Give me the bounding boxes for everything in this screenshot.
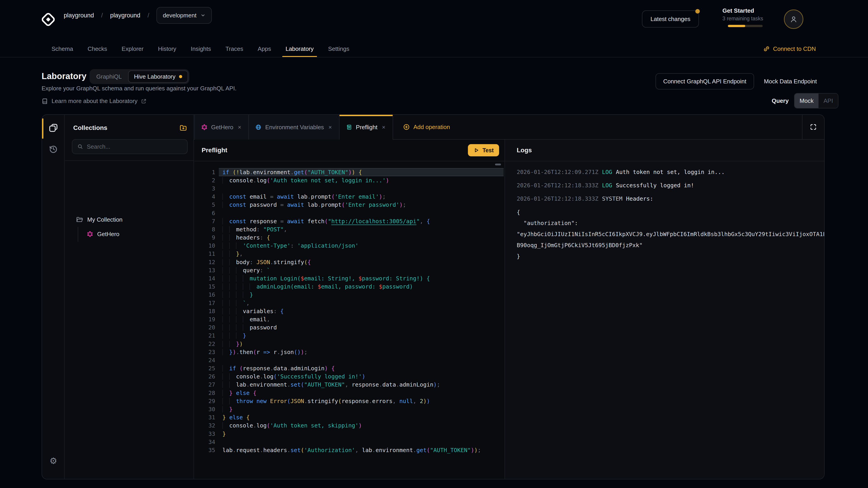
logs-output[interactable]: 2026-01-26T12:12:09.271ZLOGAuth token no…: [517, 161, 824, 479]
new-collection-button[interactable]: [180, 124, 187, 132]
history-rail-button[interactable]: [49, 144, 58, 154]
nav-item-laboratory[interactable]: Laboratory: [285, 41, 313, 57]
tab-gethero[interactable]: GetHero×: [194, 115, 249, 140]
tab-environment-variables[interactable]: Environment Variables×: [249, 115, 340, 140]
line-number: 20: [194, 324, 215, 331]
line-number: 2: [194, 177, 215, 184]
folder-open-icon: [76, 216, 83, 223]
endpoint-segment-api[interactable]: API: [818, 94, 838, 108]
nav-item-schema[interactable]: Schema: [52, 41, 73, 57]
get-started-widget[interactable]: Get Started 3 remaining tasks: [722, 7, 768, 27]
log-timestamp: 2026-01-26T12:12:18.333Z: [517, 182, 598, 189]
collection-folder-my-collection[interactable]: My Collection: [65, 213, 193, 226]
nav-item-explorer[interactable]: Explorer: [122, 41, 144, 57]
breadcrumb-project[interactable]: playground: [110, 12, 141, 19]
nav-item-history[interactable]: History: [158, 41, 176, 57]
link-icon: [763, 45, 770, 52]
indent-guide: [222, 201, 229, 208]
endpoint-segment-mock[interactable]: Mock: [795, 94, 818, 108]
play-icon: [473, 147, 479, 153]
line-number: 27: [194, 381, 215, 388]
tab-close-button[interactable]: ×: [381, 124, 386, 131]
code-line-12: 12body: JSON.stringify({: [194, 258, 504, 266]
mode-option-hive-laboratory[interactable]: Hive Laboratory: [128, 70, 188, 83]
sidebar-rail: ⚙: [42, 115, 65, 479]
search-input[interactable]: [87, 143, 182, 150]
add-operation-button[interactable]: Add operation: [403, 115, 450, 139]
tab-label: GetHero: [211, 124, 233, 131]
indent-guide: [243, 275, 250, 282]
code-line-34: 34: [194, 438, 504, 446]
log-message: Headers:: [626, 195, 653, 202]
gear-icon: ⚙: [50, 457, 57, 465]
line-number: 13: [194, 267, 215, 273]
mock-data-endpoint-button[interactable]: Mock Data Endpoint: [764, 78, 817, 85]
indent-guide: [236, 291, 243, 298]
test-button[interactable]: Test: [468, 144, 499, 156]
get-started-progress-fill: [728, 25, 745, 27]
tab-close-button[interactable]: ×: [328, 124, 333, 131]
nav-item-checks[interactable]: Checks: [88, 41, 107, 57]
person-icon: [789, 15, 798, 24]
code-line-21: 21}: [194, 332, 504, 340]
indent-guide: [229, 226, 236, 233]
indent-guide: [222, 373, 229, 380]
logs-pane: Logs 2026-01-26T12:12:09.271ZLOGAuth tok…: [504, 140, 824, 479]
line-number: 34: [194, 439, 215, 445]
settings-gear-button[interactable]: ⚙: [49, 456, 58, 465]
indent-guide: [243, 291, 250, 298]
indent-guide: [222, 398, 229, 404]
connect-graphql-endpoint-button[interactable]: Connect GraphQL API Endpoint: [655, 73, 754, 90]
user-avatar[interactable]: [784, 9, 803, 29]
indent-guide: [222, 267, 229, 273]
code-editor[interactable]: 1if (!lab.environment.get("AUTH_TOKEN"))…: [194, 161, 504, 479]
search-icon: [77, 144, 83, 150]
code-line-16: 16}: [194, 291, 504, 299]
line-number: 17: [194, 300, 215, 306]
nav-item-traces[interactable]: Traces: [225, 41, 243, 57]
nav-item-insights[interactable]: Insights: [191, 41, 211, 57]
indent-guide: [243, 324, 250, 331]
logs-header: Logs: [505, 140, 824, 161]
indent-guide: [222, 283, 229, 290]
nav-item-apps[interactable]: Apps: [258, 41, 271, 57]
log-timestamp: 2026-01-26T12:12:09.271Z: [517, 169, 598, 175]
target-selector-dropdown[interactable]: development: [156, 7, 212, 24]
notification-dot: [695, 9, 700, 13]
preflight-editor-pane: Preflight Test 1if (!lab.environment.get…: [194, 140, 504, 479]
indent-guide: [222, 234, 229, 241]
latest-changes-button[interactable]: Latest changes: [642, 10, 699, 28]
logs-title: Logs: [517, 147, 532, 154]
learn-more-link[interactable]: Learn more about the Laboratory: [41, 98, 147, 105]
line-number: 5: [194, 201, 215, 208]
tab-label: Preflight: [356, 124, 377, 131]
indent-guide: [222, 226, 229, 233]
hive-logo-icon[interactable]: [41, 11, 56, 28]
nav-item-settings[interactable]: Settings: [328, 41, 349, 57]
fullscreen-toggle-button[interactable]: [802, 115, 824, 139]
line-number: 23: [194, 349, 215, 355]
collections-rail-button[interactable]: [49, 123, 58, 132]
mode-option-graphiql[interactable]: GraphiQL: [91, 70, 127, 83]
query-label: Query: [772, 97, 789, 104]
collection-operation-gethero[interactable]: GetHero: [65, 228, 193, 240]
collections-panel: Collections My CollectionGetHero: [65, 115, 194, 479]
code-line-18: 18variables: {: [194, 307, 504, 315]
breadcrumb-org[interactable]: playground: [64, 12, 94, 19]
globe-icon: [255, 124, 261, 130]
plus-circle-icon: [403, 124, 410, 130]
tab-close-button[interactable]: ×: [237, 124, 242, 131]
add-operation-label: Add operation: [413, 124, 450, 131]
log-entry: 2026-01-26T12:12:18.333ZSYSTEMHeaders:: [517, 193, 824, 204]
indent-guide: [229, 242, 236, 249]
get-started-progressbar: [728, 25, 763, 27]
line-number: 35: [194, 447, 215, 453]
log-level-badge: SYSTEM: [602, 195, 622, 202]
endpoint-mode-segmented: MockAPI: [794, 93, 838, 108]
log-raw-line: {: [517, 207, 824, 218]
code-line-9: 9headers: {: [194, 234, 504, 242]
tab-preflight[interactable]: Preflight×: [340, 115, 393, 140]
connect-to-cdn-label: Connect to CDN: [773, 45, 816, 53]
connect-to-cdn-button[interactable]: Connect to CDN: [763, 41, 816, 57]
log-timestamp: 2026-01-26T12:12:18.333Z: [517, 195, 598, 202]
